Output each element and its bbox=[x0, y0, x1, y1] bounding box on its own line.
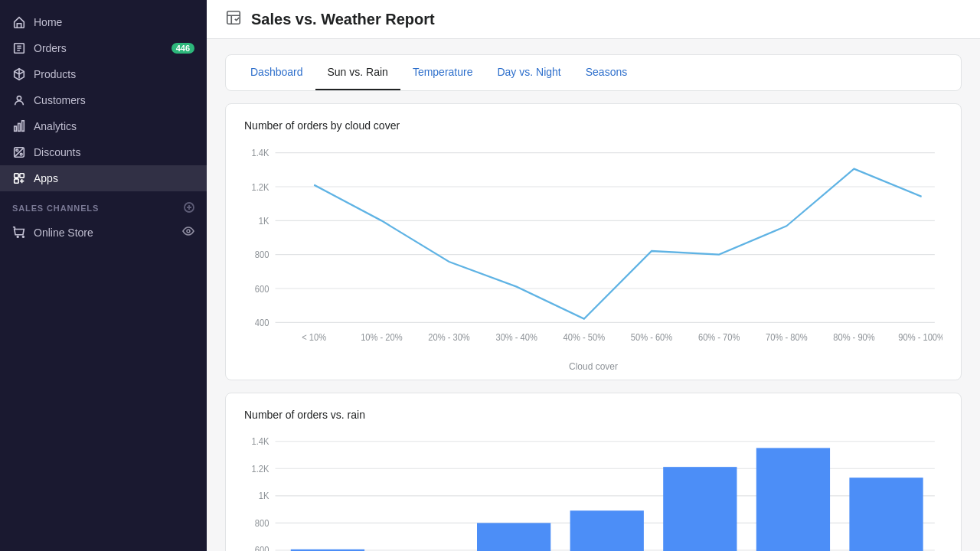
sidebar-item-orders[interactable]: Orders 446 bbox=[0, 35, 207, 61]
svg-point-1 bbox=[17, 96, 21, 100]
sidebar-item-customers[interactable]: Customers bbox=[0, 87, 207, 113]
report-icon bbox=[225, 9, 242, 29]
svg-text:40% - 50%: 40% - 50% bbox=[564, 331, 606, 343]
sidebar-item-apps-label: Apps bbox=[34, 172, 58, 184]
apps-icon bbox=[12, 171, 26, 185]
sidebar-item-customers-label: Customers bbox=[34, 94, 86, 106]
sidebar-item-discounts-label: Discounts bbox=[34, 146, 80, 158]
bar-chart: 1.4K 1.2K 1K 800 600 400 200 0 bbox=[244, 433, 942, 551]
main-content: Sales vs. Weather Report Dashboard Sun v… bbox=[207, 0, 980, 551]
svg-text:70% - 80%: 70% - 80% bbox=[766, 331, 808, 343]
sidebar-item-orders-label: Orders bbox=[34, 42, 67, 54]
online-store-label: Online Store bbox=[34, 227, 93, 239]
svg-rect-3 bbox=[18, 123, 21, 131]
svg-text:1.2K: 1.2K bbox=[251, 464, 269, 473]
line-chart: 1.4K 1.2K 1K 800 600 400 < bbox=[244, 144, 942, 358]
svg-point-5 bbox=[16, 149, 18, 152]
svg-text:1K: 1K bbox=[259, 215, 270, 227]
svg-text:90% - 100%: 90% - 100% bbox=[898, 331, 942, 343]
sidebar-item-online-store[interactable]: Online Store bbox=[0, 219, 207, 246]
svg-text:1.4K: 1.4K bbox=[251, 437, 269, 446]
svg-text:800: 800 bbox=[255, 249, 270, 261]
svg-text:1K: 1K bbox=[259, 491, 270, 500]
svg-text:600: 600 bbox=[255, 283, 270, 295]
bar-chart-card: Number of orders vs. rain 1.4K 1.2K 1K 8… bbox=[225, 393, 962, 551]
bar-moderate-rain bbox=[570, 510, 644, 551]
sidebar-item-home[interactable]: Home bbox=[0, 9, 207, 35]
svg-rect-4 bbox=[22, 121, 24, 132]
svg-text:80% - 90%: 80% - 90% bbox=[833, 331, 875, 343]
line-chart-svg: 1.4K 1.2K 1K 800 600 400 < bbox=[244, 144, 942, 358]
products-icon bbox=[12, 67, 26, 81]
sidebar-item-apps[interactable]: Apps bbox=[0, 165, 207, 191]
svg-text:30% - 40%: 30% - 40% bbox=[495, 331, 537, 343]
bar-chart-title: Number of orders vs. rain bbox=[244, 409, 942, 421]
svg-text:800: 800 bbox=[255, 518, 270, 527]
tab-dashboard[interactable]: Dashboard bbox=[238, 55, 315, 90]
online-store-icon bbox=[12, 226, 26, 240]
tabs-bar: Dashboard Sun vs. Rain Temperature Day v… bbox=[225, 54, 962, 91]
svg-text:600: 600 bbox=[255, 546, 270, 551]
sidebar-item-analytics-label: Analytics bbox=[34, 120, 77, 132]
tab-day-vs-night[interactable]: Day vs. Night bbox=[485, 55, 573, 90]
content-area: Dashboard Sun vs. Rain Temperature Day v… bbox=[207, 39, 980, 551]
sales-channels-section: SALES CHANNELS bbox=[0, 191, 207, 219]
orders-badge: 446 bbox=[172, 43, 194, 54]
svg-point-6 bbox=[20, 153, 22, 155]
line-chart-card: Number of orders by cloud cover 1.4K 1.2… bbox=[225, 103, 962, 380]
sidebar: Home Orders 446 Products Customers Analy… bbox=[0, 0, 207, 551]
add-sales-channel-icon[interactable] bbox=[184, 202, 194, 214]
bar-extreme-rain bbox=[849, 478, 923, 551]
sidebar-item-discounts[interactable]: Discounts bbox=[0, 139, 207, 165]
sidebar-item-analytics[interactable]: Analytics bbox=[0, 113, 207, 139]
svg-point-12 bbox=[187, 230, 190, 233]
tab-seasons[interactable]: Seasons bbox=[573, 55, 639, 90]
svg-rect-9 bbox=[20, 174, 24, 178]
svg-rect-13 bbox=[227, 11, 240, 24]
bar-heavy-rain bbox=[663, 467, 737, 551]
svg-text:400: 400 bbox=[255, 317, 270, 328]
tab-temperature[interactable]: Temperature bbox=[400, 55, 485, 90]
sales-channels-label: SALES CHANNELS bbox=[12, 204, 99, 213]
svg-rect-10 bbox=[15, 179, 18, 183]
sidebar-item-products[interactable]: Products bbox=[0, 61, 207, 87]
svg-text:< 10%: < 10% bbox=[302, 331, 326, 343]
home-icon bbox=[12, 15, 26, 29]
sidebar-item-products-label: Products bbox=[34, 68, 76, 80]
svg-rect-8 bbox=[15, 174, 18, 178]
bar-very-heavy-rain bbox=[756, 448, 830, 551]
top-bar: Sales vs. Weather Report bbox=[207, 0, 980, 39]
sidebar-item-home-label: Home bbox=[34, 16, 62, 28]
svg-text:50% - 60%: 50% - 60% bbox=[631, 331, 673, 343]
svg-rect-2 bbox=[15, 126, 17, 131]
svg-text:1.4K: 1.4K bbox=[252, 148, 270, 159]
customers-icon bbox=[12, 93, 26, 107]
bar-chart-svg: 1.4K 1.2K 1K 800 600 400 200 0 bbox=[244, 433, 942, 551]
svg-text:1.2K: 1.2K bbox=[252, 181, 270, 193]
svg-text:60% - 70%: 60% - 70% bbox=[698, 331, 740, 343]
line-chart-x-label: Cloud cover bbox=[244, 361, 942, 372]
page-title: Sales vs. Weather Report bbox=[251, 11, 435, 28]
bar-light-rain bbox=[477, 523, 550, 551]
line-chart-title: Number of orders by cloud cover bbox=[244, 119, 942, 132]
tab-sun-vs-rain[interactable]: Sun vs. Rain bbox=[315, 55, 400, 90]
orders-icon bbox=[12, 41, 26, 55]
svg-text:10% - 20%: 10% - 20% bbox=[361, 331, 403, 343]
eye-icon[interactable] bbox=[182, 225, 194, 240]
discounts-icon bbox=[12, 145, 26, 159]
svg-text:20% - 30%: 20% - 30% bbox=[428, 331, 470, 343]
analytics-icon bbox=[12, 119, 26, 133]
